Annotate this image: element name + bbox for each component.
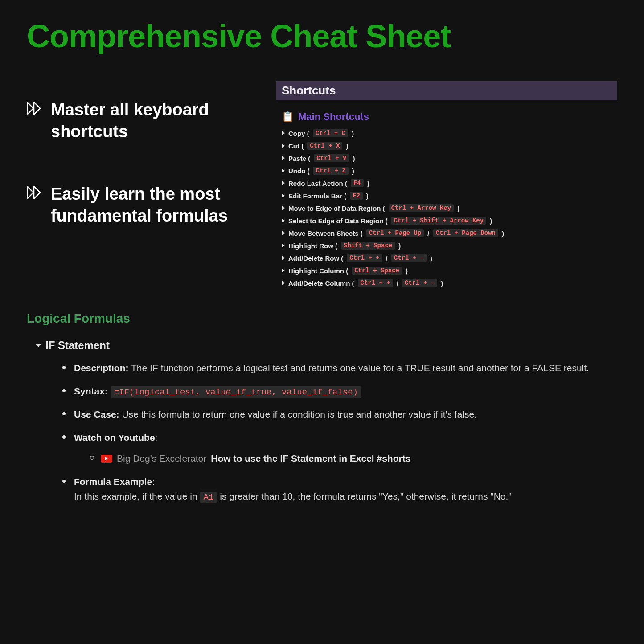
paren-close: ) xyxy=(367,180,369,187)
desc-text: The IF function performs a logical test … xyxy=(131,363,589,373)
paren-close: ) xyxy=(502,230,504,237)
shortcut-label: Select to Edge of Data Region ( xyxy=(288,217,388,225)
shortcut-key: Ctrl + Z xyxy=(313,167,348,175)
usecase-label: Use Case: xyxy=(74,409,119,419)
paren-close: ) xyxy=(366,192,369,200)
example-item: Formula Example: In this example, if the… xyxy=(62,474,617,505)
shortcut-label: Add/Delete Row ( xyxy=(288,254,343,262)
paren-close: ) xyxy=(441,279,443,287)
chevron-right-icon xyxy=(282,131,285,135)
shortcut-key: Shift + Space xyxy=(341,242,395,250)
svg-marker-0 xyxy=(27,102,33,115)
paren-close: ) xyxy=(352,167,354,175)
svg-marker-2 xyxy=(27,186,33,199)
if-statement-title: IF Statement xyxy=(45,339,110,352)
shortcut-item[interactable]: Edit Formula Bar ( F2 ) xyxy=(282,189,617,202)
usecase-text: Use this formula to return one value if … xyxy=(122,409,477,419)
paren-close: ) xyxy=(430,254,432,262)
youtube-link[interactable]: Big Dog's Excelerator How to use the IF … xyxy=(90,451,617,466)
chevron-right-icon xyxy=(282,281,285,285)
shortcut-key: Ctrl + - xyxy=(402,279,437,287)
shortcuts-header: Shortcuts xyxy=(276,81,617,100)
hero-bullet: Master all keyboard shortcuts xyxy=(27,99,258,143)
separator: / xyxy=(397,279,398,287)
chevron-right-icon xyxy=(282,231,285,235)
shortcut-key: Ctrl + Page Down xyxy=(433,229,498,237)
chevron-right-icon xyxy=(282,193,285,198)
chevron-right-icon xyxy=(282,256,285,260)
main-shortcuts-label: Main Shortcuts xyxy=(298,111,369,123)
shortcut-key: Ctrl + Page Up xyxy=(366,229,424,237)
hero-bullets: Master all keyboard shortcuts Easily lea… xyxy=(27,81,258,289)
shortcut-key: Ctrl + + xyxy=(358,279,393,287)
hero-bullet: Easily learn the most fundamental formul… xyxy=(27,183,258,227)
chevron-right-icon xyxy=(282,268,285,273)
shortcut-key: Ctrl + X xyxy=(307,142,342,150)
shortcut-item[interactable]: Move to Edge of Data Region ( Ctrl + Arr… xyxy=(282,202,617,214)
example-label: Formula Example: xyxy=(74,476,155,487)
svg-marker-3 xyxy=(34,186,40,199)
shortcut-label: Paste ( xyxy=(288,155,310,162)
shortcut-key: Ctrl + V xyxy=(314,154,349,162)
separator: / xyxy=(427,230,429,237)
paren-close: ) xyxy=(398,242,401,250)
shortcut-label: Highlight Row ( xyxy=(288,242,337,250)
paren-close: ) xyxy=(457,205,459,212)
top-row: Master all keyboard shortcuts Easily lea… xyxy=(27,81,617,289)
shortcut-key: F4 xyxy=(351,179,364,187)
shortcut-key: F2 xyxy=(350,192,363,200)
shortcut-item[interactable]: Move Between Sheets ( Ctrl + Page Up / C… xyxy=(282,227,617,239)
shortcut-key: Ctrl + Shift + Arrow Key xyxy=(391,217,487,225)
syntax-item: Syntax: =IF(logical_test, value_if_true,… xyxy=(62,384,617,399)
shortcut-item[interactable]: Redo Last Action ( F4 ) xyxy=(282,177,617,189)
chevron-right-icon xyxy=(282,144,285,148)
shortcut-item[interactable]: Select to Edge of Data Region ( Ctrl + S… xyxy=(282,214,617,227)
shortcut-label: Move Between Sheets ( xyxy=(288,230,363,237)
shortcut-label: Move to Edge of Data Region ( xyxy=(288,205,385,212)
watch-label: Watch on Youtube xyxy=(74,432,155,443)
syntax-code: =IF(logical_test, value_if_true, value_i… xyxy=(111,386,361,398)
shortcut-key: Ctrl + + xyxy=(347,254,382,262)
chevron-right-icon xyxy=(282,168,285,173)
chevron-right-icon xyxy=(282,218,285,223)
hero-bullet-text: Master all keyboard shortcuts xyxy=(51,99,258,143)
desc-label: Description: xyxy=(74,363,129,373)
shortcuts-panel: Shortcuts 📋 Main Shortcuts Copy ( Ctrl +… xyxy=(276,81,617,289)
shortcut-item[interactable]: Copy ( Ctrl + C ) xyxy=(282,127,617,139)
double-chevron-right-icon xyxy=(27,102,44,117)
youtube-title: How to use the IF Statement in Excel #sh… xyxy=(211,451,410,466)
if-detail-list: Description: The IF function performs a … xyxy=(62,361,617,505)
shortcut-item[interactable]: Highlight Row ( Shift + Space ) xyxy=(282,239,617,252)
chevron-right-icon xyxy=(282,156,285,160)
shortcut-item[interactable]: Highlight Column ( Ctrl + Space ) xyxy=(282,264,617,277)
shortcut-item[interactable]: Undo ( Ctrl + Z ) xyxy=(282,164,617,177)
shortcut-item[interactable]: Add/Delete Column ( Ctrl + + / Ctrl + - … xyxy=(282,277,617,289)
if-statement-toggle[interactable]: IF Statement xyxy=(36,339,617,352)
shortcut-label: Redo Last Action ( xyxy=(288,180,347,187)
youtube-icon xyxy=(101,455,112,463)
page-title: Comprehensive Cheat Sheet xyxy=(27,18,617,54)
chevron-right-icon xyxy=(282,181,285,185)
paren-close: ) xyxy=(406,267,408,275)
shortcut-item[interactable]: Paste ( Ctrl + V ) xyxy=(282,152,617,164)
desc-item: Description: The IF function performs a … xyxy=(62,361,617,376)
shortcut-item[interactable]: Add/Delete Row ( Ctrl + + / Ctrl + - ) xyxy=(282,252,617,264)
double-chevron-right-icon xyxy=(27,186,44,201)
colon: : xyxy=(155,432,158,443)
paren-close: ) xyxy=(346,142,348,150)
usecase-item: Use Case: Use this formula to return one… xyxy=(62,407,617,422)
youtube-channel: Big Dog's Excelerator xyxy=(117,451,206,466)
shortcut-label: Undo ( xyxy=(288,167,309,175)
shortcut-key: Ctrl + Space xyxy=(352,267,402,275)
main-shortcuts-title: 📋 Main Shortcuts xyxy=(282,111,617,123)
chevron-down-icon xyxy=(36,344,41,347)
clipboard-icon: 📋 xyxy=(282,111,294,123)
syntax-label: Syntax: xyxy=(74,386,108,396)
example-post: is greater than 10, the formula returns … xyxy=(220,491,512,501)
shortcut-item[interactable]: Cut ( Ctrl + X ) xyxy=(282,139,617,152)
shortcut-key: Ctrl + Arrow Key xyxy=(389,204,454,212)
shortcut-list: Copy ( Ctrl + C )Cut ( Ctrl + X )Paste (… xyxy=(276,127,617,289)
paren-close: ) xyxy=(352,130,354,137)
shortcut-key: Ctrl + - xyxy=(391,254,427,262)
chevron-right-icon xyxy=(282,206,285,210)
